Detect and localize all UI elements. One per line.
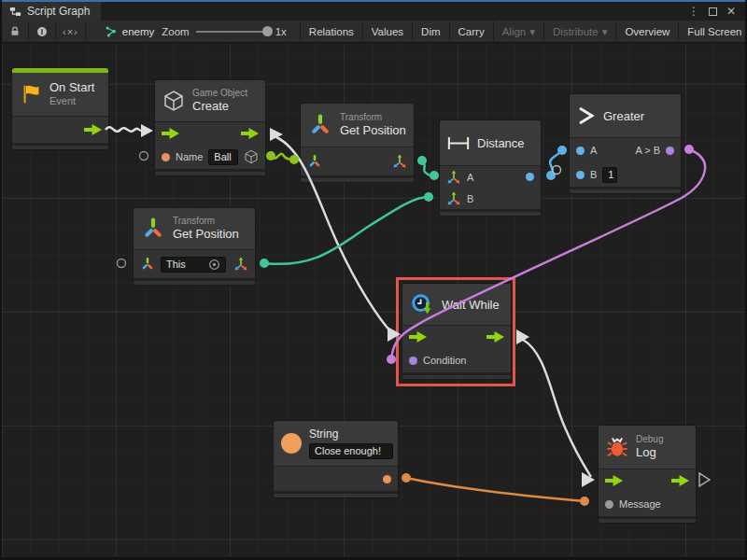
name-input-port[interactable] (162, 153, 170, 161)
distance-icon (447, 136, 470, 150)
flow-output-port[interactable] (671, 475, 689, 486)
toolbar-middle: enemy Zoom 1x (86, 21, 301, 42)
graph-icon (105, 25, 118, 38)
node-get-position-2[interactable]: Transform Get Position This (133, 207, 256, 286)
flow-input-port[interactable] (162, 128, 179, 139)
button-label: Relations (309, 26, 354, 37)
port-label: Name (176, 151, 203, 162)
message-input-port[interactable] (605, 500, 613, 509)
button-label: Full Screen (687, 26, 741, 37)
result-output-port[interactable] (666, 147, 674, 155)
node-category: Debug (636, 434, 663, 446)
info-button[interactable] (29, 21, 56, 42)
info-icon (35, 25, 49, 38)
button-label: Align (502, 26, 527, 37)
flow-output-port[interactable] (241, 128, 259, 139)
node-footer (12, 143, 108, 149)
string-icon (281, 433, 302, 454)
string-value-field[interactable]: Close enough! (309, 443, 393, 459)
flow-output-port[interactable] (486, 331, 504, 343)
input-port-b[interactable] (576, 171, 585, 179)
maximize-button[interactable] (709, 7, 717, 16)
target-value-field[interactable]: This (161, 257, 226, 273)
transform-input-port[interactable] (140, 257, 155, 272)
flow-input-port[interactable] (605, 475, 623, 486)
transform-icon (308, 113, 332, 137)
graph-name: enemy (122, 26, 155, 37)
node-footer (570, 187, 681, 193)
close-button[interactable]: ✕ (726, 6, 736, 17)
node-title: Distance (477, 136, 525, 150)
align-dropdown[interactable]: Align ▾ (494, 21, 544, 42)
values-button[interactable]: Values (363, 21, 413, 42)
vector3-output-port[interactable] (392, 154, 407, 169)
port-label: Condition (423, 355, 466, 366)
node-footer (274, 491, 398, 497)
button-label: Carry (458, 26, 485, 37)
tab-title: Script Graph (27, 5, 90, 18)
game-object-output-port[interactable] (244, 149, 259, 164)
node-get-position-1[interactable]: Transform Get Position (300, 103, 415, 183)
node-debug-log[interactable]: Debug Log Message (598, 425, 697, 524)
node-title: Get Position (173, 227, 239, 242)
node-greater[interactable]: Greater A A > B B 1 (569, 93, 682, 194)
node-on-start-event[interactable]: On Start Event (11, 67, 109, 150)
string-output-port[interactable] (383, 475, 391, 483)
zoom-slider-handle[interactable] (262, 26, 273, 36)
vector3-input-port-b[interactable] (446, 191, 461, 206)
distance-output-port[interactable] (526, 173, 534, 181)
input-port-a[interactable] (576, 147, 585, 155)
node-title: String (309, 427, 393, 441)
zoom-label: Zoom (162, 26, 189, 37)
b-value-field[interactable]: 1 (602, 167, 617, 183)
code-icon: ‹×› (63, 26, 78, 37)
node-category: Transform (340, 112, 406, 124)
node-title: Greater (603, 109, 644, 123)
zoom-control: Zoom 1x (162, 26, 290, 37)
node-title: Create (192, 99, 247, 114)
tab-script-graph[interactable]: Script Graph (2, 2, 101, 21)
condition-input-port[interactable] (409, 357, 417, 365)
full-screen-button[interactable]: Full Screen (679, 21, 747, 42)
relations-button[interactable]: Relations (301, 21, 363, 42)
carry-button[interactable]: Carry (450, 21, 494, 42)
node-subtitle: Event (49, 95, 94, 108)
node-footer (134, 278, 255, 285)
button-label: Overview (625, 26, 669, 37)
button-label: Dim (421, 26, 440, 37)
node-wait-while[interactable]: Wait While Condition (402, 283, 512, 380)
node-footer (155, 169, 265, 175)
vector3-output-port[interactable] (233, 257, 248, 272)
zoom-value: 1x (275, 26, 287, 37)
window-controls: ⋮ ✕ (688, 2, 745, 21)
chevron-down-icon: ▾ (529, 25, 535, 38)
flow-input-port[interactable] (409, 331, 427, 343)
button-label: Values (372, 26, 403, 37)
node-create-game-object[interactable]: Game Object Create Name Ball (154, 79, 266, 176)
node-category: Game Object (192, 88, 247, 100)
script-graph-window: Script Graph ⋮ ✕ ‹×› enemy Zoom (0, 0, 747, 560)
transform-input-port[interactable] (307, 154, 322, 169)
window-menu-button[interactable]: ⋮ (688, 6, 699, 17)
lock-button[interactable] (2, 21, 29, 42)
node-string-literal[interactable]: String Close enough! (273, 420, 399, 498)
port-label: Message (619, 498, 661, 510)
dim-button[interactable]: Dim (413, 21, 449, 42)
flow-output-port[interactable] (84, 124, 102, 135)
name-value-field[interactable]: Ball (208, 149, 238, 165)
port-label: B (467, 193, 473, 204)
overview-button[interactable]: Overview (616, 21, 679, 42)
distribute-dropdown[interactable]: Distribute ▾ (544, 21, 616, 42)
node-footer (402, 372, 511, 379)
node-title: On Start (49, 80, 94, 95)
code-view-button[interactable]: ‹×› (56, 21, 86, 42)
zoom-slider[interactable] (196, 31, 269, 33)
node-category: Transform (173, 216, 239, 228)
port-label: A (590, 145, 597, 156)
node-distance[interactable]: Distance A B (439, 119, 542, 217)
cube-icon (162, 90, 185, 112)
node-title: Wait While (442, 298, 500, 312)
graph-breadcrumb[interactable]: enemy (105, 25, 155, 38)
vector3-input-port-a[interactable] (446, 170, 461, 185)
object-picker-icon[interactable] (208, 259, 220, 271)
